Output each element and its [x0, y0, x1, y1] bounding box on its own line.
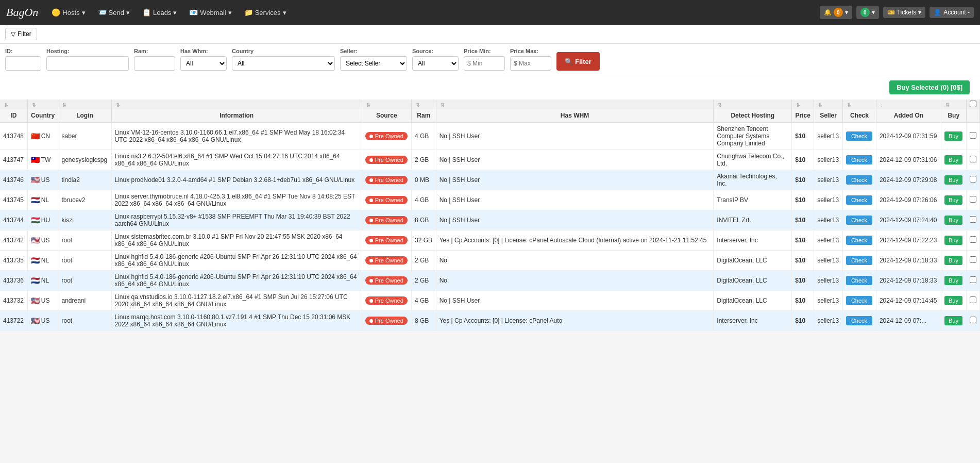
row-checkbox-413744[interactable] — [970, 216, 976, 223]
cell-check-413747[interactable]: Check — [842, 150, 876, 170]
cell-check-413736[interactable]: Check — [842, 271, 876, 291]
th-sort-haswhm[interactable]: ⇅ — [436, 100, 714, 109]
check-btn-413746[interactable]: Check — [846, 175, 872, 185]
cell-check-413746[interactable]: Check — [842, 170, 876, 190]
buy-btn-413744[interactable]: Buy — [944, 216, 962, 225]
row-checkbox-413732[interactable] — [970, 296, 976, 303]
buy-btn-413747[interactable]: Buy — [944, 155, 962, 164]
filter-hosting-input[interactable] — [46, 56, 129, 71]
buy-btn-413722[interactable]: Buy — [944, 316, 962, 325]
col-header-price[interactable]: Price — [792, 109, 814, 122]
th-sort-country[interactable]: ⇅ — [27, 100, 58, 109]
th-sort-id[interactable]: ⇅ — [0, 100, 27, 109]
col-header-buy[interactable]: Buy — [941, 109, 966, 122]
check-btn-413744[interactable]: Check — [846, 216, 872, 225]
th-sort-buy[interactable]: ⇅ — [941, 100, 966, 109]
th-sort-addedon[interactable]: ↓ — [876, 100, 941, 109]
cell-check-413722[interactable]: Check — [842, 311, 876, 331]
cell-buy-413747[interactable]: Buy — [941, 150, 966, 170]
cell-select-413745[interactable] — [966, 190, 979, 210]
th-sort-info[interactable]: ⇅ — [111, 100, 362, 109]
check-btn-413742[interactable]: Check — [846, 236, 872, 245]
buy-btn-413746[interactable]: Buy — [944, 175, 962, 185]
th-sort-select[interactable] — [966, 100, 979, 109]
buy-btn-413736[interactable]: Buy — [944, 276, 962, 285]
row-checkbox-413722[interactable] — [970, 317, 976, 323]
filter-ram-input[interactable] — [134, 56, 175, 71]
cell-select-413722[interactable] — [966, 311, 979, 331]
cell-check-413744[interactable]: Check — [842, 210, 876, 230]
th-sort-hosting[interactable]: ⇅ — [714, 100, 792, 109]
cell-buy-413736[interactable]: Buy — [941, 271, 966, 291]
th-sort-login[interactable]: ⇅ — [58, 100, 111, 109]
filter-haswhm-select[interactable]: All — [180, 56, 227, 71]
select-all-checkbox[interactable] — [970, 101, 976, 107]
row-checkbox-413746[interactable] — [970, 176, 976, 183]
cell-select-413744[interactable] — [966, 210, 979, 230]
col-header-haswhm[interactable]: Has WHM — [436, 109, 714, 122]
cell-select-413746[interactable] — [966, 170, 979, 190]
check-btn-413748[interactable]: Check — [846, 131, 872, 141]
cell-buy-413748[interactable]: Buy — [941, 122, 966, 150]
row-checkbox-413735[interactable] — [970, 256, 976, 263]
filter-id-input[interactable] — [5, 56, 41, 71]
cell-check-413732[interactable]: Check — [842, 291, 876, 311]
filter-source-select[interactable]: All — [412, 56, 459, 71]
buy-btn-413745[interactable]: Buy — [944, 195, 962, 205]
col-header-information[interactable]: Information — [111, 109, 362, 122]
cell-check-413748[interactable]: Check — [842, 122, 876, 150]
cell-select-413742[interactable] — [966, 230, 979, 251]
account-btn[interactable]: 👤 Account - — [930, 7, 974, 18]
check-btn-413735[interactable]: Check — [846, 256, 872, 265]
cell-check-413745[interactable]: Check — [842, 190, 876, 210]
nav-services[interactable]: 📁 Services ▾ — [239, 5, 292, 20]
cell-check-413735[interactable]: Check — [842, 251, 876, 271]
buy-btn-413732[interactable]: Buy — [944, 296, 962, 305]
cell-buy-413742[interactable]: Buy — [941, 230, 966, 251]
cell-select-413748[interactable] — [966, 122, 979, 150]
row-checkbox-413745[interactable] — [970, 196, 976, 203]
buy-selected-btn[interactable]: Buy Selected (0) [0$] — [889, 80, 970, 94]
th-sort-price[interactable]: ⇅ — [792, 100, 814, 109]
filter-pricemin-input[interactable] — [464, 56, 505, 71]
col-header-addedon[interactable]: Added On — [876, 109, 941, 122]
th-sort-check[interactable]: ⇅ — [842, 100, 876, 109]
cell-select-413735[interactable] — [966, 251, 979, 271]
cell-buy-413735[interactable]: Buy — [941, 251, 966, 271]
cell-buy-413732[interactable]: Buy — [941, 291, 966, 311]
row-checkbox-413736[interactable] — [970, 276, 976, 283]
col-header-ram[interactable]: Ram — [412, 109, 436, 122]
row-checkbox-413747[interactable] — [970, 156, 976, 162]
buy-btn-413735[interactable]: Buy — [944, 256, 962, 265]
th-sort-seller[interactable]: ⇅ — [814, 100, 843, 109]
check-btn-413722[interactable]: Check — [846, 316, 872, 325]
cell-buy-413722[interactable]: Buy — [941, 311, 966, 331]
filter-seller-select[interactable]: Select Seller — [340, 56, 407, 71]
th-sort-source[interactable]: ⇅ — [362, 100, 411, 109]
filter-toggle-btn[interactable]: ▽ Filter — [5, 28, 37, 40]
col-header-id[interactable]: ID — [0, 109, 27, 122]
col-header-source[interactable]: Source — [362, 109, 411, 122]
check-btn-413747[interactable]: Check — [846, 155, 872, 164]
col-header-login[interactable]: Login — [58, 109, 111, 122]
notifications-btn[interactable]: 🔔 0 ▾ — [820, 6, 852, 19]
filter-submit-btn[interactable]: 🔍 Filter — [556, 52, 600, 71]
nav-send[interactable]: 📨 Send ▾ — [93, 5, 135, 20]
cell-check-413742[interactable]: Check — [842, 230, 876, 251]
cell-select-413732[interactable] — [966, 291, 979, 311]
buy-btn-413748[interactable]: Buy — [944, 131, 962, 141]
th-sort-ram[interactable]: ⇅ — [412, 100, 436, 109]
col-header-seller[interactable]: Seller — [814, 109, 843, 122]
nav-hosts[interactable]: 🟡 Hosts ▾ — [46, 5, 90, 20]
cell-buy-413746[interactable]: Buy — [941, 170, 966, 190]
check-btn-413736[interactable]: Check — [846, 276, 872, 285]
row-checkbox-413748[interactable] — [970, 132, 976, 139]
col-header-country[interactable]: Country — [27, 109, 58, 122]
check-btn-413732[interactable]: Check — [846, 296, 872, 305]
col-header-check[interactable]: Check — [842, 109, 876, 122]
cell-buy-413744[interactable]: Buy — [941, 210, 966, 230]
col-header-detecthosting[interactable]: Detect Hosting — [714, 109, 792, 122]
credits-btn[interactable]: 0 ▾ — [856, 6, 879, 19]
cell-buy-413745[interactable]: Buy — [941, 190, 966, 210]
nav-webmail[interactable]: 📧 Webmail ▾ — [184, 5, 236, 20]
